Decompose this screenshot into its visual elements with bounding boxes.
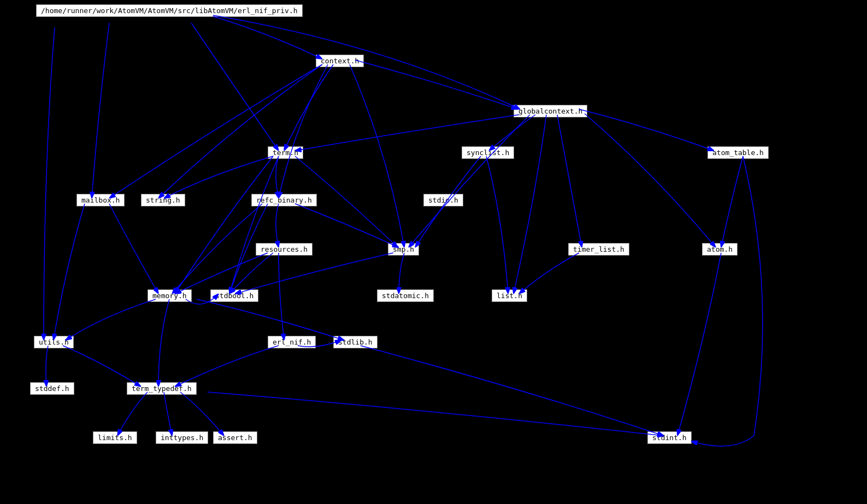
node-utils: utils.h xyxy=(34,336,74,348)
node-inttypes: inttypes.h xyxy=(156,431,208,444)
node-limits: limits.h xyxy=(93,431,137,444)
node-atom_table: atom_table.h xyxy=(707,146,769,159)
node-list: list.h xyxy=(492,289,527,302)
node-stdatomic: stdatomic.h xyxy=(377,289,434,302)
node-synclist: synclist.h xyxy=(462,146,514,159)
node-stdbool: stdbool.h xyxy=(210,289,258,302)
node-assert: assert.h xyxy=(213,431,257,444)
node-erl_nif_priv: /home/runner/work/AtomVM/AtomVM/src/libA… xyxy=(36,4,303,17)
node-term_typedef: term_typedef.h xyxy=(127,382,197,395)
node-stdio: stdio.h xyxy=(423,194,463,206)
node-stddef: stddef.h xyxy=(30,382,74,395)
node-string: string.h xyxy=(141,194,185,206)
node-atom: atom.h xyxy=(702,243,738,256)
node-globalcontext: globalcontext.h xyxy=(514,105,587,117)
node-stdint: stdint.h xyxy=(647,431,692,444)
node-stdlib: stdlib.h xyxy=(333,336,378,348)
node-mailbox: mailbox.h xyxy=(76,194,125,206)
node-refc_binary: refc_binary.h xyxy=(251,194,317,206)
node-timer_list: timer_list.h xyxy=(568,243,629,256)
node-resources: resources.h xyxy=(256,243,312,256)
node-context: context.h xyxy=(316,55,364,67)
node-erl_nif: erl_nif.h xyxy=(268,336,316,348)
node-smp: smp.h xyxy=(388,243,419,256)
node-term: term.h xyxy=(268,146,303,159)
node-memory: memory.h xyxy=(148,289,192,302)
